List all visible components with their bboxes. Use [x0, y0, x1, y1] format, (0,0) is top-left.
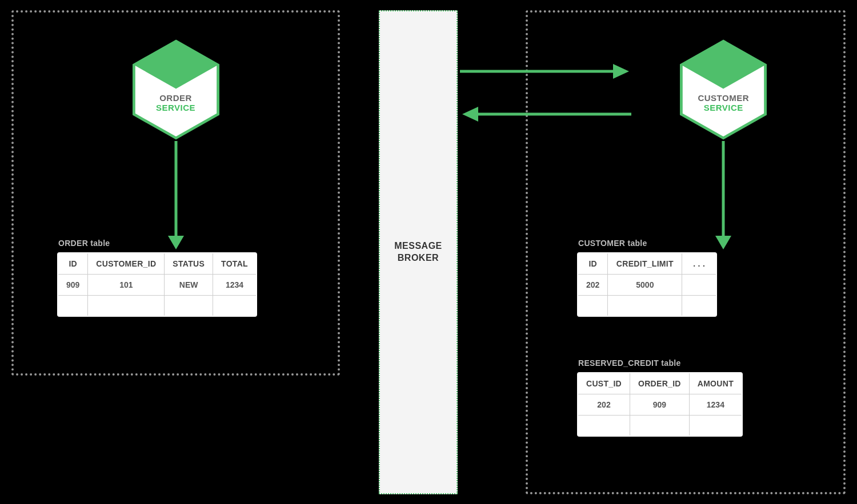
col-ellipsis: . . .	[682, 253, 716, 275]
reserved-credit-table-caption: RESERVED_CREDIT table	[578, 358, 743, 368]
customer-service-hex: CUSTOMER SERVICE	[678, 38, 769, 141]
cell	[58, 296, 88, 316]
cell	[88, 296, 165, 316]
order-service-boundary: ORDER SERVICE	[11, 10, 340, 376]
table-header-row: CUST_ID ORDER_ID AMOUNT	[578, 373, 742, 394]
table-row: 909 101 NEW 1234	[58, 275, 257, 296]
reserved-credit-table: CUST_ID ORDER_ID AMOUNT 202 909 1234	[577, 372, 743, 437]
arrow-down-icon	[165, 141, 187, 249]
col-credit-limit: CREDIT_LIMIT	[608, 253, 682, 275]
hexagon-icon	[130, 38, 222, 141]
reserved-credit-table-wrap: RESERVED_CREDIT table CUST_ID ORDER_ID A…	[577, 358, 743, 437]
cell: 909	[58, 275, 88, 296]
customer-service-label-line1: CUSTOMER	[678, 93, 769, 103]
table-row: 202 909 1234	[578, 394, 742, 416]
broker-customer-arrows	[460, 57, 631, 131]
order-service-hex: ORDER SERVICE	[130, 38, 222, 141]
table-row	[578, 296, 716, 316]
col-amount: AMOUNT	[689, 373, 742, 394]
customer-table-wrap: CUSTOMER table ID CREDIT_LIMIT . . . 202…	[577, 239, 717, 317]
order-service-label-line2: SERVICE	[130, 103, 222, 112]
cell: 202	[578, 394, 630, 416]
table-header-row: ID CUSTOMER_ID STATUS TOTAL	[58, 253, 257, 275]
col-customer-id: CUSTOMER_ID	[88, 253, 165, 275]
customer-table: ID CREDIT_LIMIT . . . 202 5000	[577, 252, 717, 317]
message-broker: MESSAGE BROKER	[379, 10, 458, 494]
cell: 202	[578, 275, 608, 296]
cell: 101	[88, 275, 165, 296]
order-service-label-line1: ORDER	[130, 93, 222, 103]
svg-marker-11	[462, 107, 478, 122]
cell	[578, 296, 608, 316]
col-id: ID	[58, 253, 88, 275]
col-id: ID	[578, 253, 608, 275]
cell: 1234	[213, 275, 257, 296]
order-service-label: ORDER SERVICE	[130, 93, 222, 112]
cell: 909	[630, 394, 690, 416]
hexagon-icon	[678, 38, 769, 141]
cell: 5000	[608, 275, 682, 296]
svg-marker-7	[715, 236, 731, 249]
table-row	[578, 416, 742, 436]
table-header-row: ID CREDIT_LIMIT . . .	[578, 253, 716, 275]
cell	[165, 296, 213, 316]
order-table: ID CUSTOMER_ID STATUS TOTAL 909 101 NEW …	[57, 252, 257, 317]
order-table-caption: ORDER table	[58, 239, 257, 248]
table-row	[58, 296, 257, 316]
svg-marker-9	[613, 64, 629, 79]
cell	[682, 275, 716, 296]
col-cust-id: CUST_ID	[578, 373, 630, 394]
col-total: TOTAL	[213, 253, 257, 275]
cell	[608, 296, 682, 316]
cell	[578, 416, 630, 436]
cell: 1234	[689, 394, 742, 416]
cell: NEW	[165, 275, 213, 296]
order-table-wrap: ORDER table ID CUSTOMER_ID STATUS TOTAL …	[57, 239, 257, 317]
cell	[682, 296, 716, 316]
cell	[213, 296, 257, 316]
customer-service-label: CUSTOMER SERVICE	[678, 93, 769, 112]
cell	[630, 416, 690, 436]
col-order-id: ORDER_ID	[630, 373, 690, 394]
col-status: STATUS	[165, 253, 213, 275]
broker-label-line2: BROKER	[394, 252, 442, 264]
message-broker-label: MESSAGE BROKER	[394, 240, 442, 264]
table-row: 202 5000	[578, 275, 716, 296]
arrow-down-icon	[712, 141, 735, 249]
customer-service-label-line2: SERVICE	[678, 103, 769, 112]
cell	[689, 416, 742, 436]
broker-label-line1: MESSAGE	[394, 240, 442, 252]
customer-table-caption: CUSTOMER table	[578, 239, 717, 248]
